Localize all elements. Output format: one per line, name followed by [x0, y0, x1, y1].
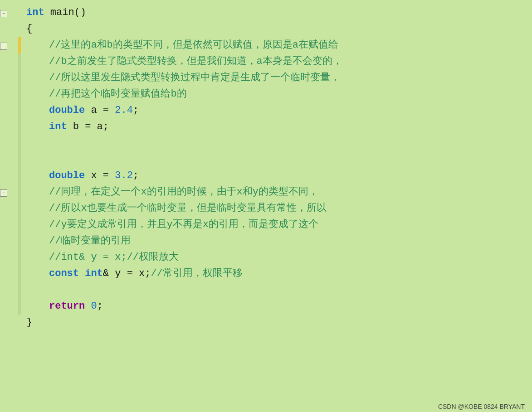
line-1: − int main(): [0, 5, 532, 21]
bar-10: [18, 151, 21, 168]
status-bar: CSDN @KOBE 0824 BRYANT: [431, 401, 532, 412]
line-11: double x = 3.2;: [0, 168, 532, 184]
fold-15: [0, 233, 18, 249]
line-5: //所以这里发生隐式类型转换过程中肯定是生成了一个临时变量，: [0, 70, 532, 86]
fold-7: [0, 102, 18, 119]
code-13: //所以x也要生成一个临时变量，但是临时变量具有常性，所以: [22, 200, 532, 217]
line-2: {: [0, 21, 532, 37]
line-14: //y要定义成常引用，并且y不再是x的引用，而是变成了这个: [0, 217, 532, 233]
fold-12[interactable]: −: [0, 184, 18, 200]
code-8: int b = a;: [22, 119, 532, 135]
bar-8: [18, 119, 21, 135]
bar-13: [18, 200, 21, 217]
bar-15: [18, 233, 21, 249]
code-1: int main(): [22, 5, 532, 21]
fold-16: [0, 249, 18, 266]
editor-container: − int main() { − //这里的a和b的类型不同，但是依然可以赋值，…: [0, 0, 532, 412]
fold-13: [0, 200, 18, 217]
code-4: //b之前发生了隐式类型转换，但是我们知道，a本身是不会变的，: [22, 53, 532, 70]
code-2: {: [22, 21, 532, 37]
code-19: return 0;: [22, 298, 532, 315]
line-12: − //同理，在定义一个x的引用的时候，由于x和y的类型不同，: [0, 184, 532, 200]
line-16: //int& y = x;//权限放大: [0, 249, 532, 266]
fold-2: [0, 21, 18, 37]
line-10: [0, 151, 532, 168]
bar-9: [18, 135, 21, 151]
fold-1[interactable]: −: [0, 5, 18, 21]
code-10: [22, 151, 532, 168]
code-9: [22, 135, 532, 151]
fold-btn-12[interactable]: −: [0, 189, 7, 197]
fold-6: [0, 86, 18, 102]
fold-18: [0, 282, 18, 298]
bar-6: [18, 86, 21, 102]
bar-12: [18, 184, 21, 200]
fold-9: [0, 135, 18, 151]
code-7: double a = 2.4;: [22, 102, 532, 119]
fold-btn-1[interactable]: −: [0, 10, 7, 17]
fold-20: [0, 315, 18, 331]
bar-14: [18, 217, 21, 233]
line-19: return 0;: [0, 298, 532, 315]
code-12: //同理，在定义一个x的引用的时候，由于x和y的类型不同，: [22, 184, 532, 200]
line-18: [0, 282, 532, 298]
bar-1: [18, 5, 21, 21]
line-7: double a = 2.4;: [0, 102, 532, 119]
line-8: int b = a;: [0, 119, 532, 135]
bar-3: [18, 37, 21, 53]
fold-5: [0, 70, 18, 86]
code-15: //临时变量的引用: [22, 233, 532, 249]
line-6: //再把这个临时变量赋值给b的: [0, 86, 532, 102]
code-6: //再把这个临时变量赋值给b的: [22, 86, 532, 102]
bar-11: [18, 168, 21, 184]
fold-17: [0, 266, 18, 282]
bar-18: [18, 282, 21, 298]
fold-btn-3[interactable]: −: [0, 43, 7, 50]
bar-19: [18, 298, 21, 315]
fold-11: [0, 168, 18, 184]
bar-5: [18, 70, 21, 86]
bar-20: [18, 315, 21, 331]
fold-10: [0, 151, 18, 168]
fold-3[interactable]: −: [0, 37, 18, 53]
fold-4: [0, 53, 18, 70]
bar-17: [18, 266, 21, 282]
fold-14: [0, 217, 18, 233]
code-area: − int main() { − //这里的a和b的类型不同，但是依然可以赋值，…: [0, 0, 532, 398]
code-14: //y要定义成常引用，并且y不再是x的引用，而是变成了这个: [22, 217, 532, 233]
status-text: CSDN @KOBE 0824 BRYANT: [438, 403, 525, 410]
line-9: [0, 135, 532, 151]
bar-7: [18, 102, 21, 119]
line-13: //所以x也要生成一个临时变量，但是临时变量具有常性，所以: [0, 200, 532, 217]
bar-4: [18, 53, 21, 70]
line-20: }: [0, 315, 532, 331]
fold-19: [0, 298, 18, 315]
line-17: const int& y = x;//常引用，权限平移: [0, 266, 532, 282]
code-17: const int& y = x;//常引用，权限平移: [22, 266, 532, 282]
bar-16: [18, 249, 21, 266]
code-5: //所以这里发生隐式类型转换过程中肯定是生成了一个临时变量，: [22, 70, 532, 86]
code-11: double x = 3.2;: [22, 168, 532, 184]
bar-2: [18, 21, 21, 37]
code-16: //int& y = x;//权限放大: [22, 249, 532, 266]
code-20: }: [22, 315, 532, 331]
code-18: [22, 282, 532, 298]
line-4: //b之前发生了隐式类型转换，但是我们知道，a本身是不会变的，: [0, 53, 532, 70]
fold-8: [0, 119, 18, 135]
code-3: //这里的a和b的类型不同，但是依然可以赋值，原因是a在赋值给: [22, 37, 532, 53]
line-3: − //这里的a和b的类型不同，但是依然可以赋值，原因是a在赋值给: [0, 37, 532, 53]
line-15: //临时变量的引用: [0, 233, 532, 249]
